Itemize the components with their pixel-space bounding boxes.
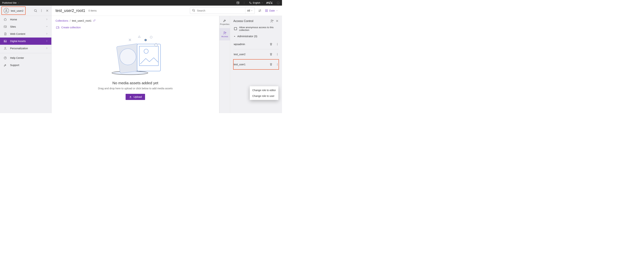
user-name: test_user1: [234, 63, 270, 66]
caret-down-icon: [261, 2, 263, 4]
sidebar: test_user2 Home Si: [0, 6, 52, 113]
wrench-icon: [223, 19, 226, 22]
home-icon: [3, 18, 7, 21]
translate-icon: [249, 2, 252, 4]
rail-tab-label: Access: [221, 35, 228, 38]
sidebar-item-label: Web Content: [10, 33, 25, 35]
sidebar-item-personalization[interactable]: Personalization: [0, 45, 51, 52]
breadcrumb-separator: /: [70, 19, 70, 22]
svg-point-30: [145, 39, 146, 41]
access-control-panel: Access Control Allow anonymous access to…: [230, 16, 282, 113]
help-icon: [3, 56, 7, 60]
svg-rect-18: [266, 10, 266, 11]
rail-tab-properties[interactable]: Properties: [220, 16, 230, 28]
site-mode-selector[interactable]: Published Site: [2, 2, 20, 4]
sidebar-item-help[interactable]: Help Center: [0, 54, 51, 62]
info-icon[interactable]: [276, 1, 280, 5]
user-name: test_user2: [234, 53, 270, 56]
grid-icon: [265, 9, 268, 12]
sidebar-item-home[interactable]: Home: [0, 16, 51, 23]
panel-toggle-icon[interactable]: [236, 1, 240, 4]
caret-down-icon: [276, 10, 278, 12]
breadcrumb-root[interactable]: Collections: [56, 19, 68, 22]
search-input-group[interactable]: All: [190, 8, 255, 14]
sliders-icon: [258, 9, 262, 13]
sidebar-item-sites[interactable]: Sites: [0, 23, 51, 30]
create-collection-button[interactable]: Create collection: [56, 25, 81, 30]
breadcrumb: Collections / test_user2_root1: [56, 19, 215, 22]
svg-point-9: [41, 12, 42, 12]
link-icon[interactable]: [93, 19, 96, 22]
upload-label: Upload: [134, 95, 142, 98]
person-lock-icon: [223, 31, 226, 35]
panel-close-icon[interactable]: [276, 19, 279, 23]
content-header: test_user2_root1 0 items All Date: [52, 6, 282, 16]
user-more-button[interactable]: [276, 43, 279, 46]
current-user-name: test_user2: [11, 9, 24, 12]
sidebar-item-label: Support: [10, 64, 19, 67]
anonymous-access-toggle[interactable]: Allow anonymous access to this collectio…: [233, 26, 279, 31]
menu-item-change-to-editor[interactable]: Change role to editor: [250, 87, 278, 93]
search-input[interactable]: [197, 9, 243, 12]
empty-subtitle: Drag and drop here to upload or click be…: [98, 87, 172, 90]
page-title: test_user2_root1: [56, 8, 85, 13]
sidebar-item-digital-assets[interactable]: Digital Assets: [0, 38, 51, 45]
search-scope-selector[interactable]: All: [245, 8, 253, 14]
chevron-right-icon: [46, 40, 48, 43]
upload-button[interactable]: Upload: [126, 94, 145, 100]
language-selector[interactable]: English: [249, 2, 263, 4]
caret-down-icon: [18, 2, 20, 4]
sidebar-item-support[interactable]: Support: [0, 62, 51, 69]
rail-tab-access[interactable]: Access: [220, 28, 230, 40]
sidebar-item-web-content[interactable]: Web Content: [0, 30, 51, 38]
checkbox-icon[interactable]: [234, 27, 237, 30]
sort-button[interactable]: Date: [265, 9, 278, 12]
brand-logo: HCL: [266, 1, 274, 5]
svg-point-8: [41, 11, 42, 11]
svg-rect-0: [237, 2, 239, 4]
svg-point-29: [150, 36, 152, 38]
topbar-more-icon[interactable]: [243, 2, 246, 4]
document-icon: [3, 32, 7, 36]
svg-rect-27: [139, 46, 158, 66]
menu-item-change-to-user[interactable]: Change role to user: [250, 93, 278, 99]
svg-point-16: [260, 10, 261, 10]
sidebar-search-icon[interactable]: [34, 9, 37, 13]
svg-rect-10: [4, 26, 6, 28]
language-label: English: [253, 2, 260, 4]
user-more-button[interactable]: [276, 53, 279, 56]
user-more-button[interactable]: [276, 63, 279, 66]
delete-user-button[interactable]: [270, 43, 273, 46]
rail-tab-label: Properties: [220, 23, 230, 25]
sidebar-close-icon[interactable]: [46, 9, 49, 12]
panel-title: Access Control: [233, 19, 268, 23]
svg-point-31: [224, 32, 225, 33]
add-user-button[interactable]: [270, 19, 274, 23]
search-scope-label: All: [247, 9, 250, 12]
svg-point-1: [244, 2, 244, 2]
empty-illustration: [108, 31, 162, 80]
svg-rect-19: [267, 10, 268, 11]
role-user-list: wpsadmin test_user2: [233, 39, 279, 70]
role-administrator-header[interactable]: Administrator (3): [233, 35, 279, 38]
svg-point-2: [244, 3, 244, 3]
sidebar-more-icon[interactable]: [40, 9, 43, 12]
global-topbar: Published Site English HCL: [0, 0, 282, 6]
person-icon: [3, 47, 7, 50]
role-label: Administrator (3): [237, 35, 257, 38]
current-user-chip[interactable]: test_user2: [2, 7, 26, 15]
filter-button[interactable]: [258, 9, 262, 13]
delete-user-button[interactable]: [270, 53, 273, 56]
svg-point-33: [271, 20, 272, 21]
empty-title: No media assets added yet: [112, 81, 158, 85]
sidebar-item-label: Home: [10, 18, 17, 21]
svg-point-7: [41, 10, 42, 10]
right-rail: Properties Access: [219, 16, 230, 113]
empty-state: No media assets added yet Drag and drop …: [56, 31, 215, 100]
svg-rect-20: [266, 11, 266, 12]
chevron-right-icon: [46, 33, 48, 36]
user-row: test_user2: [233, 49, 279, 59]
delete-user-button[interactable]: [270, 63, 273, 66]
content-area: Collections / test_user2_root1 Create co…: [52, 16, 219, 113]
user-name: wpsadmin: [234, 43, 270, 46]
